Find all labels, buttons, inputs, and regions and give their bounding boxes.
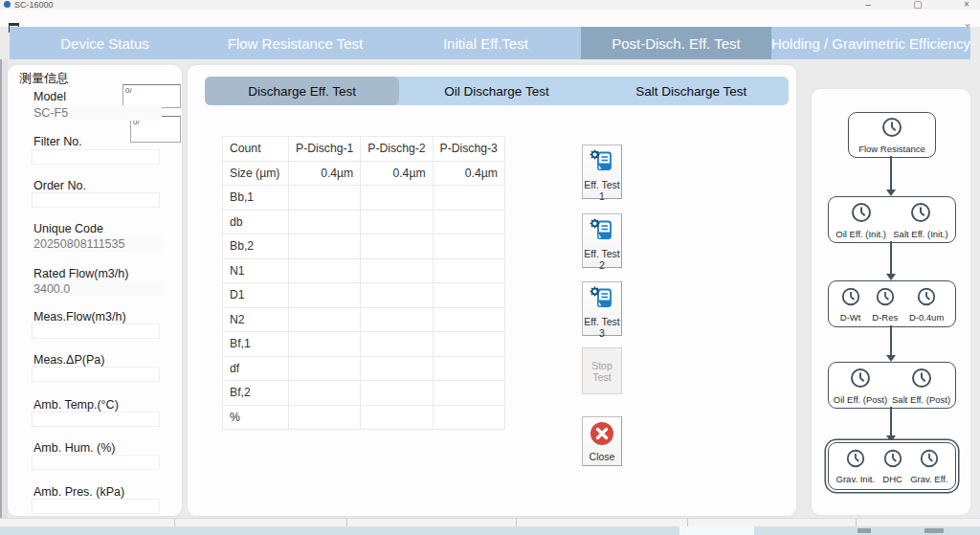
app-window: SC-16000 – ▢ × × Device Status Flow Resi…: [0, 0, 980, 535]
field-input-filter-no[interactable]: [32, 149, 160, 165]
flow-arrow-down: [890, 325, 892, 356]
table-row: db: [223, 210, 505, 234]
field-label-amb-pres: Amb. Pres. (kPa): [33, 485, 124, 499]
flow-step-post-eff: Oil Eff. (Post) Salt Eff. (Post): [828, 362, 956, 409]
measurement-info-panel: 测量信息 0/ 0/ Model SC-F5 Filter No. Order …: [8, 65, 182, 516]
clock-icon: [845, 448, 866, 473]
eff-test-doc-gear-icon: [589, 285, 615, 316]
eff-test-doc-gear-icon: [589, 217, 615, 248]
subtab-discharge-eff-test[interactable]: Discharge Eff. Test: [205, 77, 399, 105]
app-icon: [4, 1, 11, 8]
field-label-amb-temp: Amb. Temp.(°C): [33, 398, 119, 412]
field-label-rated-flow: Rated Flow(m3/h): [33, 267, 128, 280]
discharge-test-panel: Discharge Eff. Test Oil Discharge Test S…: [188, 65, 796, 516]
table-row: Bf,1: [223, 332, 505, 357]
flow-step-discharge: D-Wt D-Res D-0.4um: [828, 280, 956, 327]
flow-step-initial-eff: Oil Eff. (Init.) Salt Eff. (Init.): [828, 196, 956, 243]
field-value-model: SC-F5: [32, 105, 162, 121]
clock-icon: [875, 286, 896, 311]
close-window-button[interactable]: ×: [960, 0, 973, 10]
field-label-amb-hum: Amb. Hum. (%): [33, 441, 115, 455]
field-label-meas-dp: Meas.ΔP(Pa): [33, 353, 104, 367]
flow-arrow-down: [890, 156, 892, 190]
field-value-rated-flow: 3400.0: [32, 281, 162, 297]
flow-step-gravimetric: Grav. Init. DHC Grav. Eff.: [828, 442, 956, 490]
field-input-meas-dp[interactable]: [32, 367, 160, 382]
eff-test-3-button[interactable]: Eff. Test 3: [582, 281, 622, 336]
eff-test-1-button[interactable]: Eff. Test 1: [582, 145, 622, 199]
field-label-meas-flow: Meas.Flow(m3/h): [33, 310, 126, 323]
discharge-results-table: CountP-Dischg-1P-Dischg-2P-Dischg-3 Size…: [222, 136, 505, 430]
table-row: %: [223, 405, 505, 430]
close-circle-x-icon: [589, 420, 615, 451]
flow-arrow-down: [890, 407, 892, 436]
clock-icon: [919, 448, 940, 473]
close-button[interactable]: Close: [582, 416, 622, 466]
nav-tab-flow-resistance-test[interactable]: Flow Resistance Test: [200, 27, 390, 59]
eff-test-2-button[interactable]: Eff. Test 2: [582, 213, 622, 268]
field-label-model: Model: [33, 90, 66, 103]
clock-icon: [910, 367, 933, 393]
nav-tab-post-disch-eff-test[interactable]: Post-Disch. Eff. Test: [581, 27, 771, 59]
test-sequence-panel: Flow Resistance Oil Eff. (Init.) Salt Ef…: [812, 89, 970, 515]
clock-icon: [849, 367, 872, 393]
window-title: SC-16000: [14, 0, 54, 10]
clock-icon: [909, 201, 932, 228]
table-row: Size (µm)0.4µm0.4µm0.4µm: [223, 161, 505, 186]
field-input-meas-flow[interactable]: [32, 323, 160, 339]
taskbar-clock-smudge: [924, 528, 944, 533]
discharge-subtabs: Discharge Eff. Test Oil Discharge Test S…: [205, 77, 789, 105]
taskbar-icon-smudge: [858, 528, 871, 533]
maximize-button[interactable]: ▢: [911, 0, 924, 10]
stop-test-button: Stop Test: [582, 347, 622, 394]
field-value-unique-code: 20250808111535: [32, 236, 162, 252]
nav-tab-initial-eff-test[interactable]: Initial Eff.Test: [390, 27, 581, 59]
field-label-unique-code: Unique Code: [33, 222, 103, 235]
table-row: N1: [223, 258, 505, 283]
nav-tab-device-status[interactable]: Device Status: [10, 27, 200, 59]
field-input-amb-temp[interactable]: [32, 412, 160, 427]
clock-icon: [882, 448, 903, 473]
title-bar: SC-16000 – ▢ ×: [0, 0, 980, 10]
table-row: Bb,2: [223, 234, 505, 259]
main-nav: Device Status Flow Resistance Test Initi…: [10, 27, 970, 59]
clock-icon: [880, 116, 903, 143]
field-input-order-no[interactable]: [32, 192, 160, 208]
nav-tab-holding-gravimetric[interactable]: Holding / Gravimetric Efficiency: [771, 27, 970, 59]
flow-arrow-down: [890, 241, 892, 275]
left-window-edge: [0, 59, 8, 518]
clock-icon: [850, 201, 873, 228]
taskbar-sliver: [0, 526, 980, 535]
taskbar-highlight: [679, 526, 754, 535]
minimize-button[interactable]: –: [861, 0, 875, 10]
field-label-order-no: Order No.: [33, 179, 86, 192]
flow-step-flow-resistance: Flow Resistance: [848, 112, 936, 158]
table-row: D1: [223, 283, 505, 308]
table-row: Bf,2: [223, 381, 505, 406]
table-row: N2: [223, 307, 505, 332]
field-input-amb-pres[interactable]: [32, 499, 160, 514]
clock-icon: [840, 286, 861, 311]
table-row: Bb,1: [223, 186, 505, 211]
eff-test-doc-gear-icon: [589, 148, 615, 179]
menu-strip: ×: [0, 10, 980, 27]
subtab-salt-discharge-test[interactable]: Salt Discharge Test: [594, 77, 789, 105]
table-row: df: [223, 356, 505, 381]
measurement-info-header: 测量信息: [13, 68, 75, 89]
table-row: CountP-Dischg-1P-Dischg-2P-Dischg-3: [223, 137, 505, 162]
subtab-oil-discharge-test[interactable]: Oil Discharge Test: [399, 77, 593, 105]
field-label-filter-no: Filter No.: [33, 135, 82, 148]
field-input-amb-hum[interactable]: [32, 455, 160, 470]
clock-icon: [916, 286, 937, 311]
